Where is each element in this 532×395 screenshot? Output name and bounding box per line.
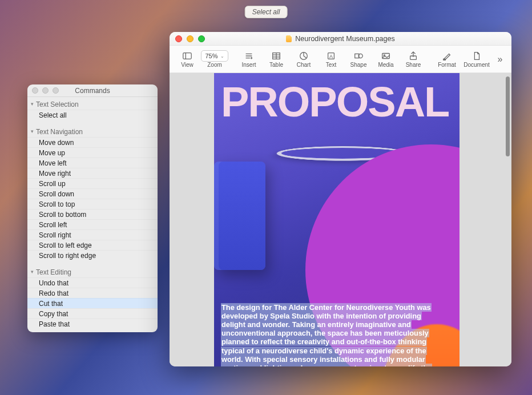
svg-rect-0 [183, 53, 191, 59]
table-label: Table [269, 62, 283, 68]
chevron-down-icon: ▾ [31, 101, 34, 107]
command-item[interactable]: Scroll right [27, 229, 158, 240]
format-button[interactable]: Format [434, 47, 460, 72]
close-button[interactable] [175, 35, 182, 42]
command-item[interactable]: Move down [27, 137, 158, 147]
chart-button[interactable]: Chart [291, 47, 317, 72]
media-icon [381, 50, 391, 62]
zoom-label: Zoom [207, 62, 222, 68]
commands-window-controls[interactable] [32, 87, 59, 94]
insert-label: Insert [241, 62, 256, 68]
format-label: Format [438, 62, 456, 68]
fullscreen-button[interactable] [198, 35, 205, 42]
page-1[interactable]: PROPOSAL The design for The Alder Center… [214, 73, 460, 366]
command-item[interactable]: Scroll to top [27, 199, 158, 209]
zoom-button[interactable]: 75% ⌄ Zoom [201, 47, 228, 72]
minimize-dot[interactable] [42, 87, 49, 94]
pages-doc-icon [286, 35, 292, 42]
command-item[interactable]: Scroll to bottom [27, 209, 158, 219]
media-label: Media [378, 62, 393, 68]
document-button[interactable]: Document [461, 47, 492, 72]
graphic-blue-box [214, 162, 265, 270]
command-item[interactable]: Scroll up [27, 178, 158, 188]
media-button[interactable]: Media [373, 47, 399, 72]
zoom-value: 75% [205, 53, 217, 59]
pages-window: Neurodivergent Museum.pages View 75% ⌄ Z… [170, 32, 511, 366]
traffic-lights[interactable] [175, 35, 205, 42]
chart-label: Chart [297, 62, 311, 68]
zoom-dot[interactable] [53, 87, 59, 94]
sidebar-icon [182, 50, 192, 62]
text-label: Text [326, 62, 336, 68]
command-item[interactable]: Paste that [27, 319, 158, 329]
insert-button[interactable]: Insert [236, 47, 262, 72]
view-label: View [181, 62, 194, 68]
share-label: Share [406, 62, 421, 68]
commands-title: Commands [75, 87, 110, 95]
page-body-text[interactable]: The design for The Alder Center for Neur… [221, 303, 437, 366]
document-icon [471, 50, 482, 62]
format-icon [442, 50, 452, 62]
commands-group-label: Text Navigation [36, 128, 83, 136]
minimize-button[interactable] [187, 35, 194, 42]
vertical-scrollbar[interactable] [505, 76, 510, 363]
scrollbar-thumb[interactable] [506, 76, 510, 156]
commands-group-header[interactable]: ▾Text Navigation [27, 126, 158, 137]
commands-group-label: Text Selection [36, 100, 79, 108]
chevron-down-icon: ▾ [31, 128, 34, 134]
command-item[interactable]: Undo that [27, 277, 158, 288]
chart-icon [299, 50, 309, 62]
text-icon: A [326, 50, 336, 62]
text-button[interactable]: A Text [318, 47, 344, 72]
document-label: Document [464, 62, 490, 68]
shape-button[interactable]: Shape [345, 47, 372, 72]
command-item[interactable]: Copy that [27, 308, 158, 319]
command-item[interactable]: Cut that [27, 298, 158, 308]
selected-text[interactable]: The design for The Alder Center for Neur… [221, 303, 432, 366]
share-button[interactable]: Share [400, 47, 426, 72]
zoom-value-box[interactable]: 75% ⌄ [201, 50, 228, 62]
commands-window: Commands ▾Text SelectionSelect all▾Text … [27, 84, 158, 332]
table-button[interactable]: Table [263, 47, 289, 72]
command-item[interactable]: Move up [27, 147, 158, 158]
page-heading[interactable]: PROPOSAL [221, 78, 460, 126]
commands-group-header[interactable]: ▾Text Selection [27, 98, 158, 110]
command-item[interactable]: Redo that [27, 288, 158, 298]
command-item[interactable]: Scroll left [27, 219, 158, 229]
commands-group-label: Text Editing [36, 268, 71, 276]
table-icon [271, 50, 281, 62]
insert-icon [244, 50, 254, 62]
commands-titlebar[interactable]: Commands [27, 84, 158, 97]
pages-titlebar[interactable]: Neurodivergent Museum.pages [170, 32, 511, 46]
commands-group-header[interactable]: ▾Text Editing [27, 266, 158, 277]
close-dot[interactable] [32, 87, 38, 94]
document-title: Neurodivergent Museum.pages [286, 35, 394, 43]
voice-command-bubble: Select all [245, 6, 288, 18]
share-icon [408, 50, 418, 62]
view-button[interactable]: View [174, 47, 200, 72]
command-item[interactable]: Move left [27, 158, 158, 168]
command-item[interactable]: Scroll to left edge [27, 240, 158, 250]
command-item[interactable]: Scroll to right edge [27, 250, 158, 260]
svg-text:A: A [329, 54, 333, 59]
command-item[interactable]: Select all [27, 110, 158, 120]
shape-icon [353, 50, 364, 62]
chevron-down-icon: ▾ [31, 269, 34, 275]
command-item[interactable]: Scroll down [27, 188, 158, 199]
document-title-text: Neurodivergent Museum.pages [295, 35, 394, 43]
chevron-down-icon: ⌄ [220, 54, 224, 59]
toolbar-overflow[interactable]: » [493, 54, 507, 65]
toolbar: View 75% ⌄ Zoom Insert Table Chart A Tex… [170, 46, 511, 73]
document-canvas[interactable]: PROPOSAL The design for The Alder Center… [170, 73, 511, 366]
commands-list: ▾Text SelectionSelect all▾Text Navigatio… [27, 97, 158, 332]
shape-label: Shape [350, 62, 367, 68]
command-item[interactable]: Move right [27, 168, 158, 178]
